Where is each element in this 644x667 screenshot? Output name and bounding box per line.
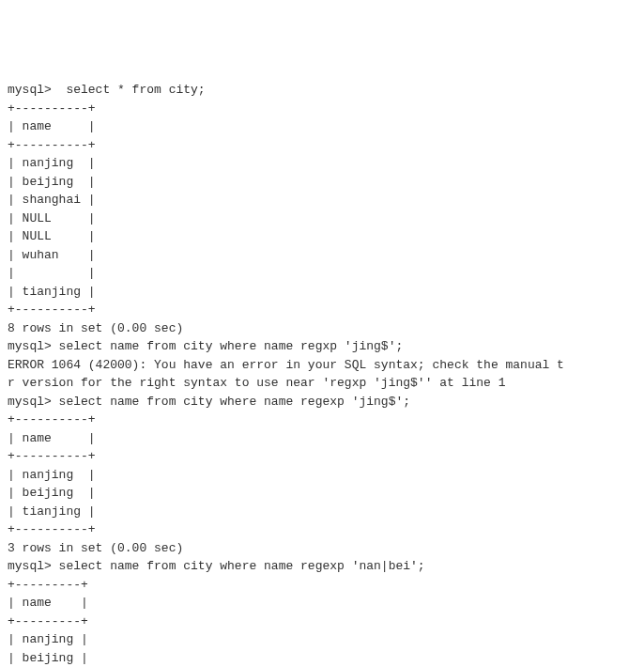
table-row: | tianjing | — [8, 283, 636, 302]
table-row: | nanjing | — [8, 154, 636, 173]
mysql-terminal[interactable]: mysql> select * from city;+----------+| … — [8, 81, 636, 667]
sql-command: mysql> select * from city; — [8, 81, 636, 100]
sql-command: mysql> select name from city where name … — [8, 393, 636, 411]
table-border: +---------+ — [8, 613, 636, 631]
table-row: | tianjing | — [8, 503, 636, 521]
table-row: | nanjing | — [8, 630, 636, 649]
table-border: +----------+ — [8, 100, 636, 118]
table-border: +---------+ — [8, 576, 636, 595]
sql-command: mysql> select name from city where name … — [8, 557, 636, 576]
table-row: | beijing | — [8, 484, 636, 503]
table-header: | name | — [8, 117, 636, 136]
table-border: +----------+ — [8, 520, 636, 539]
table-row: | beijing | — [8, 649, 636, 668]
error-message: ERROR 1064 (42000): You have an error in… — [8, 356, 636, 375]
table-header: | name | — [8, 594, 636, 613]
table-row: | NULL | — [8, 209, 636, 228]
result-footer: 3 rows in set (0.00 sec) — [8, 539, 636, 558]
table-border: +----------+ — [8, 447, 636, 466]
table-row: | NULL | — [8, 227, 636, 246]
table-row: | wuhan | — [8, 246, 636, 265]
error-message: r version for the right syntax to use ne… — [8, 374, 636, 393]
table-row: | shanghai | — [8, 191, 636, 209]
table-row: | | — [8, 264, 636, 283]
table-border: +----------+ — [8, 411, 636, 429]
table-row: | nanjing | — [8, 466, 636, 485]
table-header: | name | — [8, 429, 636, 448]
table-border: +----------+ — [8, 136, 636, 155]
sql-command: mysql> select name from city where name … — [8, 337, 636, 356]
result-footer: 8 rows in set (0.00 sec) — [8, 319, 636, 338]
table-row: | beijing | — [8, 173, 636, 192]
table-border: +----------+ — [8, 301, 636, 319]
